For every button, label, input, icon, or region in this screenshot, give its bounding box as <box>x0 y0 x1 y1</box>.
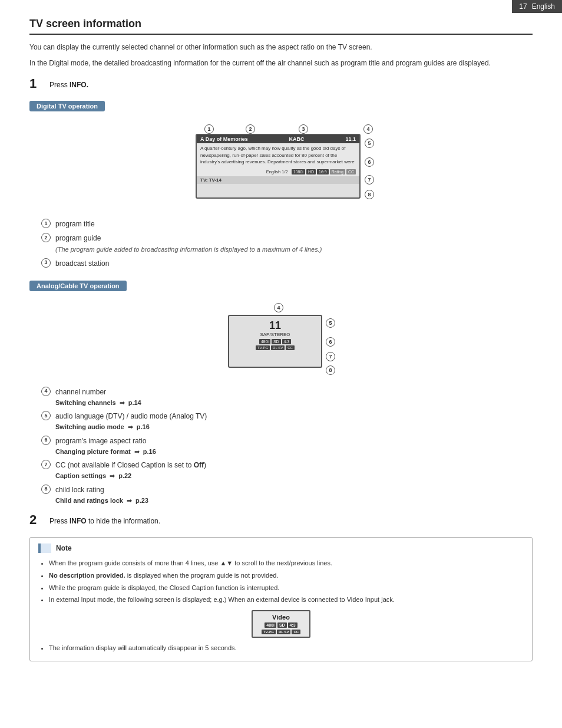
note-bullet-2: No description provided. is displayed wh… <box>49 570 524 581</box>
video-footer-badges: TV-PG DL SV CC <box>257 630 305 634</box>
step-1-text: Press INFO. <box>49 77 88 89</box>
page-title: TV screen information <box>29 18 533 35</box>
callout-2: 2 <box>246 124 255 134</box>
circle-8: 8 <box>41 485 51 494</box>
annotation-8: 8 child lock rating Child and ratings lo… <box>41 485 533 506</box>
circle-6: 6 <box>41 436 51 445</box>
step-2-text: Press INFO to hide the information. <box>49 513 160 525</box>
callout-5-analog: 5 <box>326 318 335 328</box>
analog-badge-sd: SD <box>272 339 281 344</box>
digital-channel: 11.1 <box>345 136 356 142</box>
ann-7-ref-label: Caption settings <box>55 471 106 481</box>
step-2-bold: INFO <box>70 517 87 525</box>
ann-3-text: broadcast station <box>55 258 109 269</box>
circle-2: 2 <box>41 233 51 242</box>
badge-cc: CC <box>346 169 356 174</box>
ann-4-ref-page: p.14 <box>128 398 141 408</box>
analog-badge-480i: 480i <box>259 339 270 344</box>
video-box: Video 480i SD 4:3 TV-PG DL SV CC <box>252 610 310 638</box>
ann-6-ref-label: Changing picture format <box>55 447 131 457</box>
digital-description: A quarter-century ago, which may now qua… <box>200 145 356 167</box>
circle-3: 3 <box>41 258 51 268</box>
digital-op-label: Digital TV operation <box>29 101 105 111</box>
step-2: 2 Press INFO to hide the information. <box>29 513 533 526</box>
ann-5-arrow: ➡ <box>128 422 133 432</box>
step-1-number: 1 <box>29 77 44 90</box>
ann-2-text: program guide <box>55 233 101 243</box>
note-box: Note When the program guide consists of … <box>29 537 533 661</box>
ann-6-text: program's image aspect ratio <box>55 436 146 446</box>
analog-stereo: SAP/STEREO <box>234 332 316 337</box>
annotation-6: 6 program's image aspect ratio Changing … <box>41 436 533 457</box>
callout-5-digital: 5 <box>365 139 374 148</box>
ann-8-text: child lock rating <box>55 485 104 495</box>
annotation-7: 7 CC (not available if Closed Caption is… <box>41 460 533 481</box>
circle-5: 5 <box>41 411 51 420</box>
annotation-2: 2 program guide (The program guide added… <box>41 233 533 255</box>
digital-annotations: 1 program title 2 program guide (The pro… <box>41 219 533 269</box>
callout-6-analog: 6 <box>326 337 335 347</box>
badge-1080i: 1080i <box>292 169 305 174</box>
analog-channel: 11 <box>234 319 316 332</box>
note-label: Note <box>56 544 72 552</box>
video-badges-row: 480i SD 4:3 <box>257 622 305 628</box>
ann-8-ref-page: p.23 <box>135 496 148 506</box>
badge-rating: Rating <box>330 169 345 174</box>
note-bullet-1: When the program guide consists of more … <box>49 558 524 569</box>
ann-5-ref-label: Switching audio mode <box>55 422 124 432</box>
annotation-4: 4 channel number Switching channels ➡ p.… <box>41 387 533 408</box>
annotation-5: 5 audio language (DTV) / audio mode (Ana… <box>41 411 533 432</box>
circle-7: 7 <box>41 460 51 469</box>
ann-6-ref-page: p.16 <box>143 447 156 457</box>
circle-1: 1 <box>41 219 51 228</box>
video-label: Video <box>257 614 305 621</box>
note-bullet-3: While the program guide is displayed, th… <box>49 582 524 594</box>
callout-4-analog: 4 <box>274 303 283 312</box>
intro-para-2: In the Digital mode, the detailed broadc… <box>29 58 533 69</box>
page-number: 17 <box>519 2 527 11</box>
step-1: 1 Press INFO. <box>29 77 533 90</box>
annotation-3: 3 broadcast station <box>41 258 533 269</box>
video-badge-43: 4:3 <box>288 622 297 628</box>
video-badge-480i: 480i <box>265 622 276 628</box>
note-icon <box>38 543 51 553</box>
ann-1-text: program title <box>55 219 95 229</box>
analog-badge-dlsv: DL SV <box>271 345 285 350</box>
note-bullets-list: When the program guide consists of more … <box>49 558 524 605</box>
ann-4-arrow: ➡ <box>120 398 125 408</box>
ann-6-arrow: ➡ <box>134 447 140 457</box>
callout-8-digital: 8 <box>365 190 374 199</box>
video-badge-cc: CC <box>292 630 300 634</box>
callout-6-digital: 6 <box>365 157 374 167</box>
badge-169: 16:9 <box>317 169 329 174</box>
ann-7-ref-page: p.22 <box>118 471 131 481</box>
page-language: English <box>532 2 555 11</box>
ann-2-sub: (The program guide added to broadcasting… <box>55 245 322 255</box>
video-badge-dlsv: DL SV <box>277 630 291 634</box>
analog-tv-diagram: 4 11 SAP/STEREO 480i SD 4:3 TV-PG DL SV … <box>29 302 533 378</box>
callout-7-analog: 7 <box>326 352 335 361</box>
ann-5-ref-page: p.16 <box>137 422 150 432</box>
step-2-suffix: to hide the information. <box>87 517 160 525</box>
callout-7-digital: 7 <box>365 175 374 185</box>
analog-badge-cc: CC <box>286 345 295 350</box>
ann-5-text: audio language (DTV) / audio mode (Analo… <box>55 411 207 421</box>
ann-7-arrow: ➡ <box>110 471 115 481</box>
ann-4-text: channel number <box>55 387 106 397</box>
step-2-number: 2 <box>29 513 44 526</box>
note-bullet-4: In external Input mode, the following sc… <box>49 594 524 605</box>
callout-4-digital: 4 <box>363 124 373 134</box>
analog-badge-43: 4:3 <box>282 339 292 344</box>
callout-8-analog: 8 <box>326 365 335 375</box>
analog-op-label: Analog/Cable TV operation <box>29 281 127 291</box>
step-2-prefix: Press <box>49 517 70 525</box>
digital-tv-diagram: A Day of Memories KABC 11.1 A quarter-ce… <box>29 122 533 210</box>
note-header: Note <box>38 543 524 553</box>
note-last-bullet-list: The information display will automatical… <box>49 643 524 654</box>
video-badge-sd: SD <box>277 622 287 628</box>
callout-3: 3 <box>299 124 308 134</box>
digital-program-title: A Day of Memories <box>200 136 248 142</box>
ann-8-ref-label: Child and ratings lock <box>55 496 123 506</box>
circle-4: 4 <box>41 387 51 396</box>
step-1-prefix: Press <box>49 81 70 89</box>
